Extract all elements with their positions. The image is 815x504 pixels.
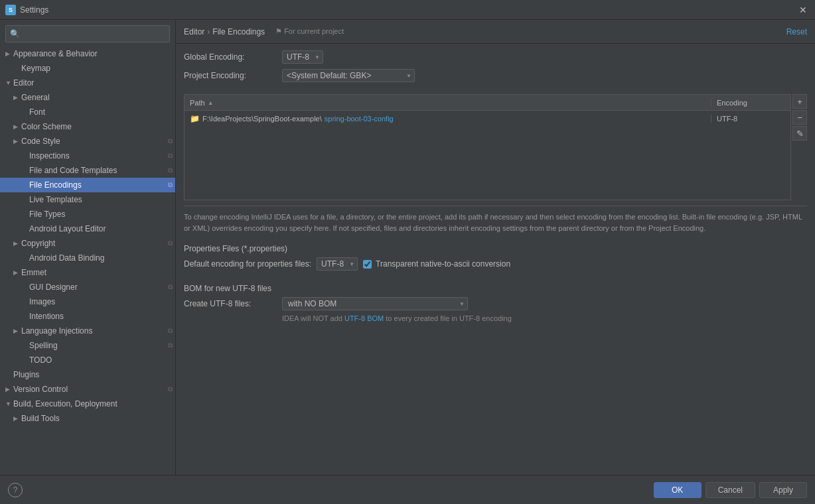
sidebar-item-editor[interactable]: ▼Editor: [0, 76, 175, 90]
bom-select-wrap[interactable]: with NO BOMwith BOMwith BOM (macOS-style…: [282, 297, 468, 310]
path-table: Path ▲ Encoding 📁 F:\IdeaProjects\Spring…: [184, 94, 791, 200]
apply-button[interactable]: Apply: [759, 482, 807, 498]
table-header: Path ▲ Encoding: [185, 95, 790, 111]
transparent-checkbox-row: Transparent native-to-ascii conversion: [363, 259, 510, 269]
transparent-label: Transparent native-to-ascii conversion: [376, 259, 510, 269]
sidebar-item-label: Editor: [13, 78, 175, 88]
sidebar-item-label: Live Templates: [29, 195, 175, 204]
sidebar-item-appearance[interactable]: ▶Appearance & Behavior: [0, 46, 175, 61]
search-box[interactable]: 🔍: [5, 25, 170, 42]
breadcrumb-current: File Encodings: [212, 27, 265, 36]
sidebar-item-gui-designer[interactable]: GUI Designer⧉: [0, 280, 175, 294]
sidebar-item-general[interactable]: ▶General: [0, 90, 175, 105]
edit-row-button[interactable]: ✎: [792, 126, 807, 141]
copy-icon: ⧉: [168, 385, 173, 393]
sidebar-item-label: Intentions: [29, 312, 175, 321]
folder-icon: 📁: [190, 114, 200, 123]
sidebar-item-label: Color Scheme: [21, 122, 175, 131]
sidebar-item-live-templates[interactable]: Live Templates: [0, 192, 175, 207]
bom-section: BOM for new UTF-8 files Create UTF-8 fil…: [176, 281, 815, 325]
global-encoding-select[interactable]: UTF-8: [282, 50, 323, 64]
main-layout: 🔍 ▶Appearance & BehaviorKeymap▼Editor▶Ge…: [0, 20, 815, 475]
cancel-button[interactable]: Cancel: [705, 482, 755, 498]
search-input[interactable]: [23, 29, 165, 38]
sidebar-item-language-injections[interactable]: ▶Language Injections⧉: [0, 324, 175, 338]
sidebar-item-spelling[interactable]: Spelling⧉: [0, 338, 175, 353]
breadcrumb-left: Editor › File Encodings ⚑ For current pr…: [184, 27, 344, 36]
arrow-icon: ▶: [13, 138, 21, 145]
sidebar-item-android-data-binding[interactable]: Android Data Binding: [0, 251, 175, 265]
breadcrumb-project: ⚑ For current project: [275, 27, 344, 36]
arrow-icon: ▼: [5, 401, 13, 407]
sort-arrow: ▲: [208, 99, 214, 106]
bottom-actions: OK Cancel Apply: [654, 482, 807, 498]
add-row-button[interactable]: +: [792, 94, 807, 109]
project-encoding-select[interactable]: <System Default: GBK>: [282, 69, 415, 82]
prop-encoding-select-wrap[interactable]: UTF-8: [317, 257, 358, 271]
sidebar-item-label: File Types: [29, 210, 175, 219]
path-prefix: F:\IdeaProjects\SpringBoot-example\: [202, 115, 322, 123]
copy-icon: ⧉: [168, 181, 173, 189]
project-encoding-row: Project Encoding: <System Default: GBK>: [184, 69, 807, 82]
copy-icon: ⧉: [168, 166, 173, 174]
bom-link[interactable]: UTF-8 BOM: [344, 314, 384, 322]
sidebar-item-keymap[interactable]: Keymap: [0, 61, 175, 76]
breadcrumb-parent: Editor: [184, 27, 204, 36]
global-encoding-row: Global Encoding: UTF-8: [184, 50, 807, 64]
properties-title: Properties Files (*.properties): [184, 244, 807, 253]
sidebar-item-inspections[interactable]: Inspections⧉: [0, 149, 175, 163]
ok-button[interactable]: OK: [654, 482, 702, 498]
th-encoding[interactable]: Encoding: [711, 99, 790, 107]
sidebar-item-copyright[interactable]: ▶Copyright⧉: [0, 236, 175, 251]
table-row[interactable]: 📁 F:\IdeaProjects\SpringBoot-example\spr…: [185, 111, 790, 127]
properties-section: Properties Files (*.properties) Default …: [176, 239, 815, 281]
arrow-icon: ▼: [5, 80, 13, 86]
arrow-icon: ▶: [13, 94, 21, 101]
sidebar-tree: ▶Appearance & BehaviorKeymap▼Editor▶Gene…: [0, 46, 175, 426]
sidebar: 🔍 ▶Appearance & BehaviorKeymap▼Editor▶Ge…: [0, 20, 176, 475]
sidebar-item-code-style[interactable]: ▶Code Style⧉: [0, 134, 175, 149]
global-encoding-select-wrap[interactable]: UTF-8: [282, 50, 323, 64]
bom-create-select[interactable]: with NO BOMwith BOMwith BOM (macOS-style…: [282, 297, 468, 310]
sidebar-item-intentions[interactable]: Intentions: [0, 309, 175, 324]
sidebar-item-label: TODO: [29, 355, 175, 365]
sidebar-item-label: Language Injections: [21, 326, 168, 336]
sidebar-item-version-control[interactable]: ▶Version Control⧉: [0, 382, 175, 397]
close-button[interactable]: ✕: [796, 3, 810, 17]
path-table-outer: Path ▲ Encoding 📁 F:\IdeaProjects\Spring…: [184, 94, 807, 200]
bom-note: IDEA will NOT add UTF-8 BOM to every cre…: [184, 314, 807, 322]
copy-icon: ⧉: [168, 283, 173, 291]
sidebar-item-file-code-templates[interactable]: File and Code Templates⧉: [0, 163, 175, 178]
sidebar-item-android-layout-editor[interactable]: Android Layout Editor: [0, 221, 175, 236]
scrollable-content: Global Encoding: UTF-8 Project Encoding:…: [176, 44, 815, 475]
arrow-icon: ▶: [13, 415, 21, 422]
sidebar-item-build-execution[interactable]: ▼Build, Execution, Deployment: [0, 397, 175, 411]
project-encoding-select-wrap[interactable]: <System Default: GBK>: [282, 69, 415, 82]
sidebar-item-label: Build Tools: [21, 414, 175, 423]
global-encoding-label: Global Encoding:: [184, 52, 277, 62]
th-path[interactable]: Path ▲: [185, 99, 711, 107]
sidebar-item-label: GUI Designer: [29, 283, 168, 292]
path-highlight: spring-boot-03-config: [325, 115, 394, 123]
content-area: Editor › File Encodings ⚑ For current pr…: [176, 20, 815, 475]
sidebar-item-label: General: [21, 93, 175, 102]
prop-encoding-select[interactable]: UTF-8: [317, 257, 358, 271]
bom-create-label: Create UTF-8 files:: [184, 299, 277, 308]
sidebar-item-font[interactable]: Font: [0, 105, 175, 119]
sidebar-item-file-types[interactable]: File Types: [0, 207, 175, 221]
sidebar-item-color-scheme[interactable]: ▶Color Scheme: [0, 119, 175, 134]
breadcrumb: Editor › File Encodings ⚑ For current pr…: [176, 20, 815, 44]
sidebar-item-todo[interactable]: TODO: [0, 353, 175, 367]
sidebar-item-images[interactable]: Images: [0, 294, 175, 309]
transparent-checkbox[interactable]: [363, 260, 372, 269]
arrow-icon: ▶: [13, 269, 21, 276]
remove-row-button[interactable]: −: [792, 110, 807, 125]
sidebar-item-label: Code Style: [21, 137, 168, 146]
sidebar-item-emmet[interactable]: ▶Emmet: [0, 265, 175, 280]
help-button[interactable]: ?: [8, 483, 23, 497]
sidebar-item-build-tools[interactable]: ▶Build Tools: [0, 411, 175, 426]
arrow-icon: ▶: [5, 50, 13, 57]
sidebar-item-plugins[interactable]: Plugins: [0, 367, 175, 382]
sidebar-item-file-encodings[interactable]: File Encodings⧉: [0, 178, 175, 192]
reset-button[interactable]: Reset: [786, 27, 807, 36]
